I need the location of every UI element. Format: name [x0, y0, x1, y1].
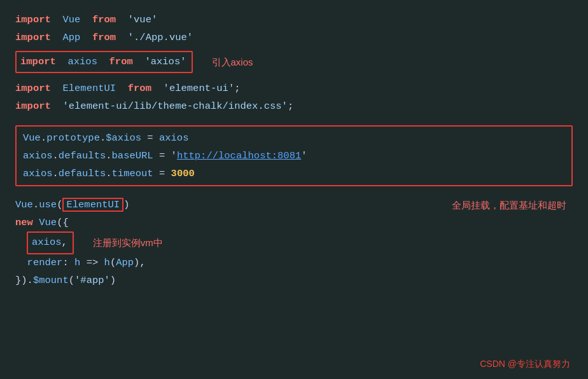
kw-from4: from: [128, 83, 151, 94]
code-block: import Vue from 'vue' import App from '.…: [15, 11, 573, 290]
code-line: import App from './App.vue': [15, 29, 193, 46]
id-vue3: Vue: [15, 199, 33, 210]
kw-from3: from: [109, 56, 133, 67]
prop-timeout: timeout: [112, 168, 153, 179]
line-axios-base: axios.defaults.baseURL = 'http://localho…: [23, 147, 565, 165]
code-line: Vue.prototype.$axios = axios: [23, 130, 188, 147]
str-vue: 'vue': [128, 14, 158, 25]
line-render: render: h => h(App),: [15, 254, 573, 272]
num-timeout: 3000: [171, 168, 195, 179]
kw-import: import: [15, 14, 51, 25]
kw-from2: from: [92, 32, 116, 43]
code-line: render: h => h(App),: [15, 254, 146, 272]
line-vue-prototype: Vue.prototype.$axios = axios: [23, 129, 565, 147]
prop-prototype: prototype: [46, 132, 100, 144]
line-axios-timeout: axios.defaults.timeout = 3000: [23, 165, 565, 183]
id-vue2: Vue: [23, 132, 41, 144]
id-app2: App: [116, 257, 134, 268]
code-line-axios: import axios from 'axios': [20, 56, 186, 67]
id-h2: h: [104, 257, 110, 268]
id-h: h: [74, 257, 80, 268]
line-vue-use: Vue.use(ElementUI) 全局挂载，配置基址和超时: [15, 196, 573, 214]
line-import-app: import App from './App.vue': [15, 29, 573, 47]
id-axios5: axios: [32, 237, 62, 248]
line-import-css: import 'element-ui/lib/theme-chalk/index…: [15, 97, 573, 115]
id-app: App: [62, 32, 80, 43]
line-import-vue: import Vue from 'vue': [15, 11, 573, 29]
kw-new: new: [15, 217, 33, 228]
kw-import2: import: [15, 32, 51, 43]
comment-import-axios: 引入axios: [212, 54, 253, 71]
code-line: }).$mount('#app'): [15, 272, 116, 289]
elementui-box: ElementUI: [62, 198, 123, 212]
prop-defaults2: defaults: [59, 168, 106, 179]
str-url-open: ': [171, 150, 177, 162]
str-app: './App.vue': [128, 32, 193, 43]
prop-render: render: [27, 257, 63, 268]
code-line-vueuse: Vue.use(ElementUI): [15, 196, 129, 214]
prop-defaults: defaults: [59, 150, 106, 162]
id-axios3: axios: [23, 150, 53, 162]
code-line: import ElementUI from 'element-ui';: [15, 80, 241, 97]
kw-import3: import: [20, 56, 56, 67]
str-css: 'element-ui/lib/theme-chalk/index.css': [62, 100, 287, 112]
watermark: CSDN @专注认真努力: [480, 359, 570, 370]
line-new-vue: new Vue({: [15, 214, 573, 231]
line-import-elementui: import ElementUI from 'element-ui';: [15, 79, 573, 97]
code-line: new Vue({: [15, 214, 69, 231]
code-line: axios.defaults.baseURL = 'http://localho…: [23, 148, 307, 165]
axios-highlight-box: import axios from 'axios': [15, 51, 193, 73]
str-url-close: ': [301, 150, 307, 162]
id-use: use: [39, 199, 57, 210]
kw-from1: from: [92, 14, 116, 25]
str-elementui: 'element-ui': [164, 83, 235, 94]
code-line: import Vue from 'vue': [15, 11, 157, 29]
kw-import4: import: [15, 83, 51, 94]
axios-config-box: Vue.prototype.$axios = axios axios.defau…: [15, 125, 573, 186]
id-elementui2: ElementUI: [66, 199, 120, 210]
prop-baseurl: baseURL: [112, 150, 153, 162]
axios-prop-box: axios,: [27, 231, 74, 254]
id-axios2: axios: [159, 132, 189, 144]
id-axios: axios: [67, 56, 97, 67]
line-import-axios: import axios from 'axios' 引入axios: [15, 51, 573, 73]
line-axios-prop: axios, 注册到实例vm中: [15, 231, 573, 254]
prop-axios-inst: $axios: [106, 132, 141, 144]
code-line: import 'element-ui/lib/theme-chalk/index…: [15, 98, 293, 115]
id-mount: $mount: [33, 275, 69, 286]
code-line: axios.defaults.timeout = 3000: [23, 165, 195, 183]
id-axios4: axios: [23, 168, 53, 179]
kw-import5: import: [15, 100, 51, 112]
str-axios: 'axios': [144, 56, 186, 67]
line-mount: }).$mount('#app'): [15, 272, 573, 290]
url-localhost: http://localhost:8081: [177, 150, 301, 162]
id-elementui: ElementUI: [62, 83, 116, 94]
str-mount: '#app': [74, 275, 110, 286]
code-line-axiosprop: axios,: [32, 237, 67, 248]
id-vue: Vue: [62, 14, 80, 25]
comment-vm: 注册到实例vm中: [93, 235, 163, 251]
id-vue4: Vue: [39, 217, 57, 228]
comment-global: 全局挂载，配置基址和超时: [452, 197, 573, 214]
